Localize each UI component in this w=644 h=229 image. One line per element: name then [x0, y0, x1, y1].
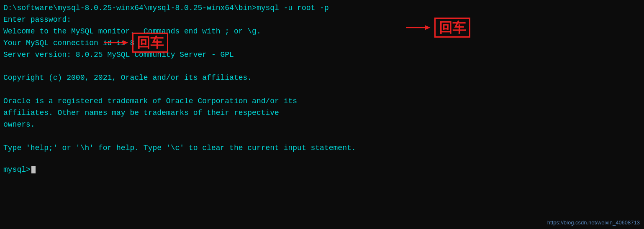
- terminal-line-9: Oracle is a registered trademark of Orac…: [3, 96, 641, 107]
- terminal-line-13: Type 'help;' or '\h' for help. Type '\c'…: [3, 142, 641, 154]
- terminal-line-1: D:\software\mysql-8.0.25-winx64\mysql-8.…: [3, 3, 641, 14]
- terminal-line-5: Server version: 8.0.25 MySQL Community S…: [3, 49, 641, 61]
- arrow-icon-1: [406, 22, 431, 33]
- terminal-line-10: affiliates. Other names may be trademark…: [3, 107, 641, 119]
- terminal-line-blank-2: [3, 84, 641, 96]
- terminal-line-2: Enter password:: [3, 14, 641, 26]
- terminal-cursor: [31, 166, 36, 173]
- terminal-line-3: Welcome to the MySQL monitor. Commands e…: [3, 26, 641, 38]
- prompt-line[interactable]: mysql>: [3, 165, 641, 174]
- terminal-window: D:\software\mysql-8.0.25-winx64\mysql-8.…: [0, 0, 644, 229]
- huiche-label-2: 回车: [132, 33, 168, 53]
- svg-marker-1: [425, 25, 431, 30]
- watermark-link: https://blog.csdn.net/weixin_40608713: [547, 219, 640, 226]
- annotation-huiche-1: 回车: [406, 18, 470, 38]
- terminal-line-blank-3: [3, 131, 641, 142]
- terminal-line-blank-1: [3, 61, 641, 72]
- terminal-line-4: Your MySQL connection id is 8: [3, 38, 641, 49]
- arrow-icon-2: [104, 37, 129, 48]
- prompt-text: mysql>: [3, 165, 31, 174]
- huiche-label-1: 回车: [434, 18, 470, 38]
- svg-marker-3: [123, 40, 128, 45]
- terminal-line-11: owners.: [3, 119, 641, 131]
- terminal-line-blank-4: [3, 154, 641, 166]
- annotation-huiche-2: 回车: [104, 33, 168, 53]
- terminal-line-7: Copyright (c) 2000, 2021, Oracle and/or …: [3, 72, 641, 84]
